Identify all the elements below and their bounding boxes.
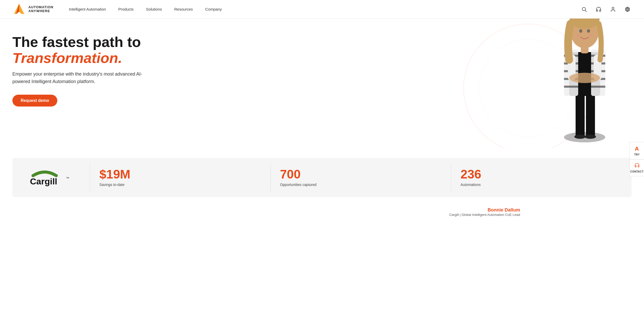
svg-rect-26: [591, 86, 605, 88]
globe-button[interactable]: [623, 5, 632, 13]
stat-cell-automations: 236 Automations: [451, 158, 632, 197]
svg-point-5: [612, 7, 614, 9]
logo[interactable]: AUTOMATION ANYWHERE: [12, 3, 53, 16]
nav-links: Intelligent Automation Products Solution…: [69, 7, 580, 11]
testimonial-area: Bonnie Dallum Cargill | Global Intellige…: [0, 207, 644, 222]
nav-icon-group: [580, 5, 632, 13]
try-button[interactable]: A TRY: [630, 142, 644, 159]
svg-point-29: [569, 73, 600, 83]
nav-item-company[interactable]: Company: [205, 7, 222, 11]
stat-value-automations: 236: [460, 168, 481, 181]
stat-cell-opportunities: 700 Opportunities captured: [271, 158, 451, 197]
svg-point-36: [589, 34, 594, 37]
stat-label-opportunities: Opportunities captured: [280, 183, 317, 187]
nav-item-resources[interactable]: Resources: [174, 7, 193, 11]
svg-rect-20: [564, 86, 578, 88]
stat-label-savings: Savings to-date: [99, 183, 124, 187]
svg-text:Cargill: Cargill: [30, 176, 57, 186]
hero-headline-dynamic: Transformation.: [12, 50, 122, 66]
try-label: TRY: [634, 153, 640, 156]
stat-label-automations: Automations: [460, 183, 481, 187]
hero-content: The fastest path to Transformation. Empo…: [12, 34, 193, 107]
side-float-panel: A TRY CONTACT: [630, 142, 644, 176]
contact-label: CONTACT: [630, 170, 644, 173]
stat-value-opportunities: 700: [280, 168, 301, 181]
search-button[interactable]: [580, 5, 588, 13]
stat-cell-savings: $19M Savings to-date: [90, 158, 271, 197]
hero-subtext: Empower your enterprise with the industr…: [12, 70, 157, 85]
hero-person-image: [536, 19, 634, 148]
svg-text:™: ™: [66, 176, 69, 180]
hero-section: The fastest path to Transformation. Empo…: [0, 19, 644, 148]
logo-bottom-text: ANYWHERE: [28, 9, 53, 13]
try-icon: A: [635, 145, 639, 152]
svg-line-4: [585, 10, 586, 12]
svg-point-35: [576, 34, 581, 37]
logo-top-text: AUTOMATION: [28, 5, 53, 9]
stats-section: Cargill ™ $19M Savings to-date 700 Oppor…: [12, 158, 632, 197]
nav-item-intelligent-automation[interactable]: Intelligent Automation: [69, 7, 106, 11]
headset-button[interactable]: [594, 5, 603, 13]
svg-point-33: [579, 29, 582, 33]
svg-point-12: [574, 135, 586, 139]
svg-rect-11: [586, 91, 595, 137]
nav-item-solutions[interactable]: Solutions: [146, 7, 162, 11]
request-demo-button[interactable]: Request demo: [12, 95, 57, 107]
contact-button[interactable]: CONTACT: [630, 159, 644, 176]
cargill-logo: Cargill ™: [28, 168, 74, 186]
svg-point-6: [625, 7, 630, 11]
stat-value-savings: $19M: [99, 168, 130, 181]
hero-headline-static: The fastest path to: [12, 34, 141, 50]
nav-item-products[interactable]: Products: [118, 7, 133, 11]
company-logo-cell: Cargill ™: [12, 158, 90, 197]
hero-headline: The fastest path to Transformation.: [12, 34, 193, 66]
svg-point-13: [585, 135, 596, 139]
user-button[interactable]: [609, 5, 617, 13]
testimonial-title: Cargill | Global Intelligent Automation …: [12, 213, 520, 217]
contact-icon: [634, 162, 640, 169]
svg-rect-10: [576, 91, 585, 137]
testimonial-name: Bonnie Dallum: [12, 207, 520, 213]
main-navigation: AUTOMATION ANYWHERE Intelligent Automati…: [0, 0, 644, 19]
svg-point-34: [587, 29, 590, 33]
